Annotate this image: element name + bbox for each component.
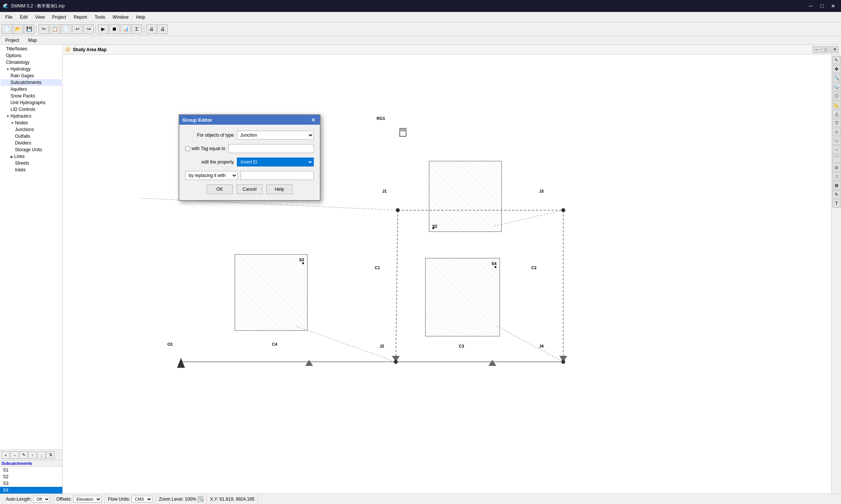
title-bar: 🌊 SWMM 5.2 - 教学案例1.inp ─ □ ✕: [0, 0, 841, 12]
up-button[interactable]: ↑: [28, 451, 37, 459]
menu-view[interactable]: View: [31, 13, 49, 21]
menu-tools[interactable]: Tools: [91, 13, 109, 21]
tab-map[interactable]: Map: [24, 37, 40, 44]
add-outlet-button[interactable]: ⊠: [832, 181, 841, 190]
group-editor-dialog: Group Editor ✕ For objects of type Jun: [179, 114, 321, 201]
add-pump-button[interactable]: ⌒: [832, 155, 841, 163]
title-bar-left: 🌊 SWMM 5.2 - 教学案例1.inp: [3, 3, 65, 9]
add-junction-button[interactable]: △: [832, 110, 841, 118]
auto-length-select[interactable]: Off On: [33, 496, 50, 503]
sidebar-item-climatology[interactable]: Climatology: [1, 59, 62, 66]
full-extent-button[interactable]: ⬡: [832, 92, 841, 100]
stop-button[interactable]: ⏹: [109, 24, 120, 34]
menu-report[interactable]: Report: [70, 13, 91, 21]
menu-help[interactable]: Help: [132, 13, 149, 21]
menu-file[interactable]: File: [1, 13, 16, 21]
sidebar-item-hydrology[interactable]: ▼ Hydrology: [1, 66, 62, 72]
action-select[interactable]: by replacing it with by adding to it by …: [185, 171, 238, 180]
graph-button[interactable]: 📊: [120, 24, 131, 34]
offsets-label: Offsets:: [56, 497, 72, 502]
undo-button[interactable]: ↩: [72, 24, 83, 34]
sidebar-item-options[interactable]: Options: [1, 52, 62, 59]
select-tool-button[interactable]: ↖: [832, 56, 841, 64]
with-tag-checkbox[interactable]: [185, 146, 190, 151]
paste-button[interactable]: 📄: [61, 24, 71, 34]
map-right-toolbar: ↖ ✥ 🔍 🔍- ⬡ 📐 △ ▽ ◇ □ → ⌒ ⊙ ⎍ ⊠ ✎ T: [831, 55, 841, 494]
lid-controls-label: LID Controls: [10, 107, 35, 112]
tab-project[interactable]: Project: [1, 37, 23, 44]
zoom-out-button[interactable]: 🔍-: [832, 83, 841, 91]
edit-item-button[interactable]: ✎: [19, 451, 28, 459]
help-button[interactable]: Help: [266, 184, 293, 194]
sidebar-item-outfalls[interactable]: Outfalls: [1, 133, 62, 140]
dialog-close-button[interactable]: ✕: [309, 116, 317, 124]
save-button[interactable]: 💾: [24, 24, 34, 34]
copy-button[interactable]: 📋: [50, 24, 60, 34]
zoom-icon-button[interactable]: 🔍: [198, 496, 204, 502]
list-item-s2[interactable]: S2: [0, 473, 62, 480]
add-label-button[interactable]: T: [832, 199, 841, 208]
pan-tool-button[interactable]: ✥: [832, 65, 841, 73]
zoom-in-button[interactable]: 🔍: [832, 74, 841, 82]
map-maximize-button[interactable]: □: [822, 46, 830, 53]
list-item-s3[interactable]: S3: [0, 480, 62, 487]
sidebar-item-junctions[interactable]: Junctions: [1, 126, 62, 133]
dialog-title: Group Editor: [182, 117, 212, 123]
offsets-select[interactable]: Elevation Depth: [73, 496, 102, 503]
inlets-label: Inlets: [15, 167, 26, 172]
sort-button[interactable]: ⇅: [46, 451, 55, 459]
cancel-button[interactable]: Cancel: [236, 184, 263, 194]
sidebar-item-inlets[interactable]: Inlets: [1, 167, 62, 173]
sidebar-item-subcatchments[interactable]: Subcatchments: [1, 79, 62, 86]
menu-edit[interactable]: Edit: [16, 13, 31, 21]
sidebar-item-snow-packs[interactable]: Snow Packs: [1, 93, 62, 99]
map-minimize-button[interactable]: ─: [813, 46, 821, 53]
map-close-button[interactable]: ✕: [831, 46, 839, 53]
close-button[interactable]: ✕: [828, 2, 838, 10]
map-container: 🧭 Study Area Map ─ □ ✕: [63, 45, 841, 494]
sidebar-item-hydraulics[interactable]: ▼ Hydraulics: [1, 113, 62, 119]
open-button[interactable]: 📂: [13, 24, 23, 34]
maximize-button[interactable]: □: [817, 2, 827, 10]
menu-project[interactable]: Project: [49, 13, 70, 21]
print-button[interactable]: 🖨: [146, 24, 157, 34]
add-subcatchment-button[interactable]: ✎: [832, 190, 841, 199]
run-button[interactable]: ▶: [98, 24, 108, 34]
action-value-input[interactable]: [241, 171, 314, 180]
sidebar-item-title-notes[interactable]: Title/Notes: [1, 46, 62, 52]
sidebar-item-unit-hydrographs[interactable]: Unit Hydrographs: [1, 99, 62, 106]
sum-button[interactable]: Σ: [132, 24, 142, 34]
sidebar-item-rain-gages[interactable]: Rain Gages: [1, 72, 62, 79]
cut-button[interactable]: ✂: [38, 24, 49, 34]
delete-item-button[interactable]: –: [10, 451, 19, 459]
minimize-button[interactable]: ─: [806, 2, 816, 10]
sidebar-item-aquifers[interactable]: Aquifers: [1, 86, 62, 93]
flow-units-select[interactable]: CMS CFS GPM: [132, 496, 152, 503]
object-type-select[interactable]: Junction Outfall Divider Storage Unit Co…: [237, 131, 314, 140]
list-item-s1[interactable]: S1: [0, 467, 62, 473]
sidebar-item-dividers[interactable]: Dividers: [1, 140, 62, 146]
new-button[interactable]: 📄: [1, 24, 12, 34]
property-select[interactable]: Invert El. Max. Depth Initial Depth Surc…: [237, 158, 314, 167]
down-button[interactable]: ↓: [37, 451, 46, 459]
sidebar-item-streets[interactable]: Streets: [1, 160, 62, 167]
sidebar-item-links[interactable]: ▶ Links: [1, 153, 62, 160]
print2-button[interactable]: 🖨: [157, 24, 168, 34]
tag-input[interactable]: [228, 144, 314, 153]
sidebar-item-lid-controls[interactable]: LID Controls: [1, 106, 62, 113]
sidebar-item-storage-units[interactable]: Storage Units: [1, 146, 62, 153]
add-orifice-button[interactable]: ⊙: [832, 164, 841, 172]
redo-button[interactable]: ↪: [83, 24, 94, 34]
add-conduit-button[interactable]: →: [832, 146, 841, 154]
sidebar-item-nodes[interactable]: ▼ Nodes: [1, 119, 62, 126]
add-divider-button[interactable]: ◇: [832, 128, 841, 136]
add-weir-button[interactable]: ⎍: [832, 172, 841, 181]
add-item-button[interactable]: +: [1, 451, 10, 459]
measure-button[interactable]: 📐: [832, 101, 841, 109]
menu-window[interactable]: Window: [109, 13, 132, 21]
hydraulics-collapse-icon: ▼: [6, 114, 10, 118]
list-item-s4[interactable]: S4: [0, 487, 62, 494]
add-storage-button[interactable]: □: [832, 137, 841, 145]
add-outfall-button[interactable]: ▽: [832, 119, 841, 127]
ok-button[interactable]: OK: [207, 184, 233, 194]
